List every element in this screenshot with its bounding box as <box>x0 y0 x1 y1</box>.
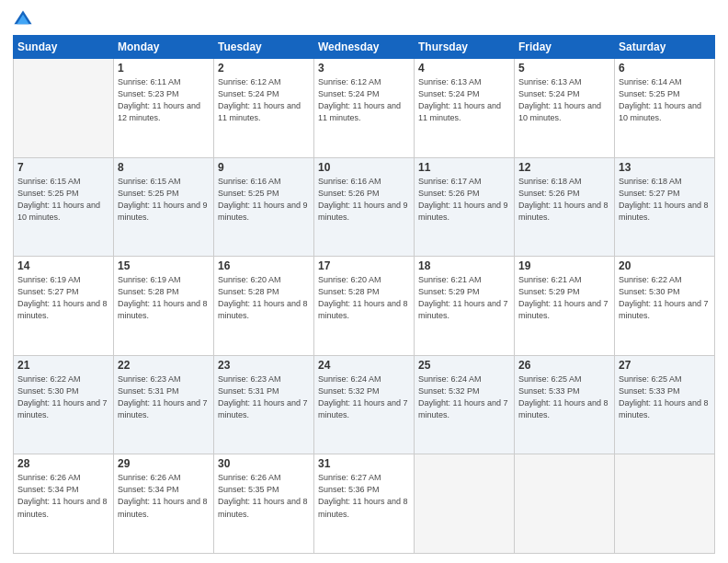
day-number: 28 <box>17 457 109 470</box>
day-info: Sunrise: 6:19 AMSunset: 5:28 PMDaylight:… <box>118 274 210 322</box>
calendar-cell: 13Sunrise: 6:18 AMSunset: 5:27 PMDayligh… <box>615 157 715 257</box>
calendar-cell: 28Sunrise: 6:26 AMSunset: 5:34 PMDayligh… <box>14 454 114 554</box>
calendar-cell: 8Sunrise: 6:15 AMSunset: 5:25 PMDaylight… <box>114 157 214 257</box>
calendar-day-header: Wednesday <box>314 36 415 59</box>
day-number: 13 <box>619 161 711 174</box>
day-info: Sunrise: 6:24 AMSunset: 5:32 PMDaylight:… <box>318 373 410 421</box>
calendar-cell: 20Sunrise: 6:22 AMSunset: 5:30 PMDayligh… <box>615 257 715 356</box>
calendar-cell: 17Sunrise: 6:20 AMSunset: 5:28 PMDayligh… <box>314 257 415 356</box>
calendar-cell: 11Sunrise: 6:17 AMSunset: 5:26 PMDayligh… <box>415 157 515 257</box>
day-info: Sunrise: 6:21 AMSunset: 5:29 PMDaylight:… <box>518 274 610 322</box>
day-number: 10 <box>318 161 410 174</box>
day-info: Sunrise: 6:12 AMSunset: 5:24 PMDaylight:… <box>318 76 410 124</box>
day-number: 5 <box>518 62 610 75</box>
day-number: 2 <box>218 62 310 75</box>
day-number: 24 <box>318 359 410 372</box>
day-info: Sunrise: 6:19 AMSunset: 5:27 PMDaylight:… <box>17 274 109 322</box>
calendar-cell: 25Sunrise: 6:24 AMSunset: 5:32 PMDayligh… <box>415 355 515 454</box>
calendar-cell: 2Sunrise: 6:12 AMSunset: 5:24 PMDaylight… <box>214 59 314 158</box>
calendar-day-header: Friday <box>515 36 615 59</box>
calendar-cell: 31Sunrise: 6:27 AMSunset: 5:36 PMDayligh… <box>314 454 415 554</box>
calendar-cell: 26Sunrise: 6:25 AMSunset: 5:33 PMDayligh… <box>515 355 615 454</box>
day-number: 15 <box>118 259 210 272</box>
day-info: Sunrise: 6:22 AMSunset: 5:30 PMDaylight:… <box>17 373 109 421</box>
calendar-cell: 19Sunrise: 6:21 AMSunset: 5:29 PMDayligh… <box>515 257 615 356</box>
calendar-cell: 14Sunrise: 6:19 AMSunset: 5:27 PMDayligh… <box>14 257 114 356</box>
calendar-cell: 27Sunrise: 6:25 AMSunset: 5:33 PMDayligh… <box>615 355 715 454</box>
day-number: 21 <box>17 359 109 372</box>
day-info: Sunrise: 6:18 AMSunset: 5:26 PMDaylight:… <box>518 176 610 224</box>
day-info: Sunrise: 6:25 AMSunset: 5:33 PMDaylight:… <box>518 373 610 421</box>
calendar-cell: 10Sunrise: 6:16 AMSunset: 5:26 PMDayligh… <box>314 157 415 257</box>
day-number: 31 <box>318 457 410 470</box>
day-number: 14 <box>17 259 109 272</box>
calendar-day-header: Monday <box>114 36 214 59</box>
day-info: Sunrise: 6:15 AMSunset: 5:25 PMDaylight:… <box>118 176 210 224</box>
day-info: Sunrise: 6:27 AMSunset: 5:36 PMDaylight:… <box>318 472 410 520</box>
day-info: Sunrise: 6:16 AMSunset: 5:25 PMDaylight:… <box>218 176 310 224</box>
day-number: 12 <box>518 161 610 174</box>
day-info: Sunrise: 6:22 AMSunset: 5:30 PMDaylight:… <box>619 274 711 322</box>
day-number: 30 <box>218 457 310 470</box>
day-number: 23 <box>218 359 310 372</box>
logo-icon <box>13 9 33 29</box>
header <box>13 9 715 29</box>
calendar-week-row: 28Sunrise: 6:26 AMSunset: 5:34 PMDayligh… <box>14 454 715 554</box>
calendar-cell <box>615 454 715 554</box>
day-info: Sunrise: 6:13 AMSunset: 5:24 PMDaylight:… <box>518 76 610 124</box>
day-info: Sunrise: 6:25 AMSunset: 5:33 PMDaylight:… <box>619 373 711 421</box>
calendar-cell: 21Sunrise: 6:22 AMSunset: 5:30 PMDayligh… <box>14 355 114 454</box>
day-number: 8 <box>118 161 210 174</box>
calendar-cell: 1Sunrise: 6:11 AMSunset: 5:23 PMDaylight… <box>114 59 214 158</box>
calendar-day-header: Saturday <box>615 36 715 59</box>
day-number: 1 <box>118 62 210 75</box>
day-info: Sunrise: 6:16 AMSunset: 5:26 PMDaylight:… <box>318 176 410 224</box>
day-number: 25 <box>418 359 510 372</box>
calendar-cell <box>415 454 515 554</box>
day-number: 7 <box>17 161 109 174</box>
calendar-cell: 4Sunrise: 6:13 AMSunset: 5:24 PMDaylight… <box>415 59 515 158</box>
calendar-cell: 5Sunrise: 6:13 AMSunset: 5:24 PMDaylight… <box>515 59 615 158</box>
calendar-cell: 30Sunrise: 6:26 AMSunset: 5:35 PMDayligh… <box>214 454 314 554</box>
calendar-table: SundayMondayTuesdayWednesdayThursdayFrid… <box>13 35 715 554</box>
day-number: 6 <box>619 62 711 75</box>
logo <box>13 9 37 29</box>
day-info: Sunrise: 6:17 AMSunset: 5:26 PMDaylight:… <box>418 176 510 224</box>
day-info: Sunrise: 6:24 AMSunset: 5:32 PMDaylight:… <box>418 373 510 421</box>
calendar-cell: 29Sunrise: 6:26 AMSunset: 5:34 PMDayligh… <box>114 454 214 554</box>
calendar-cell: 12Sunrise: 6:18 AMSunset: 5:26 PMDayligh… <box>515 157 615 257</box>
day-info: Sunrise: 6:14 AMSunset: 5:25 PMDaylight:… <box>619 76 711 124</box>
calendar-day-header: Tuesday <box>214 36 314 59</box>
calendar-week-row: 1Sunrise: 6:11 AMSunset: 5:23 PMDaylight… <box>14 59 715 158</box>
day-number: 19 <box>518 259 610 272</box>
calendar-cell: 9Sunrise: 6:16 AMSunset: 5:25 PMDaylight… <box>214 157 314 257</box>
calendar-cell: 15Sunrise: 6:19 AMSunset: 5:28 PMDayligh… <box>114 257 214 356</box>
calendar-cell <box>14 59 114 158</box>
day-number: 17 <box>318 259 410 272</box>
day-info: Sunrise: 6:15 AMSunset: 5:25 PMDaylight:… <box>17 176 109 224</box>
calendar-cell: 24Sunrise: 6:24 AMSunset: 5:32 PMDayligh… <box>314 355 415 454</box>
calendar-cell: 16Sunrise: 6:20 AMSunset: 5:28 PMDayligh… <box>214 257 314 356</box>
day-info: Sunrise: 6:23 AMSunset: 5:31 PMDaylight:… <box>218 373 310 421</box>
calendar-cell: 23Sunrise: 6:23 AMSunset: 5:31 PMDayligh… <box>214 355 314 454</box>
day-info: Sunrise: 6:26 AMSunset: 5:34 PMDaylight:… <box>17 472 109 520</box>
day-number: 27 <box>619 359 711 372</box>
calendar-cell: 6Sunrise: 6:14 AMSunset: 5:25 PMDaylight… <box>615 59 715 158</box>
day-info: Sunrise: 6:13 AMSunset: 5:24 PMDaylight:… <box>418 76 510 124</box>
calendar-cell: 7Sunrise: 6:15 AMSunset: 5:25 PMDaylight… <box>14 157 114 257</box>
calendar-header-row: SundayMondayTuesdayWednesdayThursdayFrid… <box>14 36 715 59</box>
calendar-cell: 22Sunrise: 6:23 AMSunset: 5:31 PMDayligh… <box>114 355 214 454</box>
day-number: 29 <box>118 457 210 470</box>
day-info: Sunrise: 6:18 AMSunset: 5:27 PMDaylight:… <box>619 176 711 224</box>
day-info: Sunrise: 6:26 AMSunset: 5:34 PMDaylight:… <box>118 472 210 520</box>
day-number: 20 <box>619 259 711 272</box>
calendar-cell <box>515 454 615 554</box>
day-info: Sunrise: 6:20 AMSunset: 5:28 PMDaylight:… <box>218 274 310 322</box>
calendar-cell: 3Sunrise: 6:12 AMSunset: 5:24 PMDaylight… <box>314 59 415 158</box>
day-info: Sunrise: 6:20 AMSunset: 5:28 PMDaylight:… <box>318 274 410 322</box>
day-number: 9 <box>218 161 310 174</box>
day-info: Sunrise: 6:21 AMSunset: 5:29 PMDaylight:… <box>418 274 510 322</box>
day-number: 3 <box>318 62 410 75</box>
day-number: 22 <box>118 359 210 372</box>
day-info: Sunrise: 6:12 AMSunset: 5:24 PMDaylight:… <box>218 76 310 124</box>
